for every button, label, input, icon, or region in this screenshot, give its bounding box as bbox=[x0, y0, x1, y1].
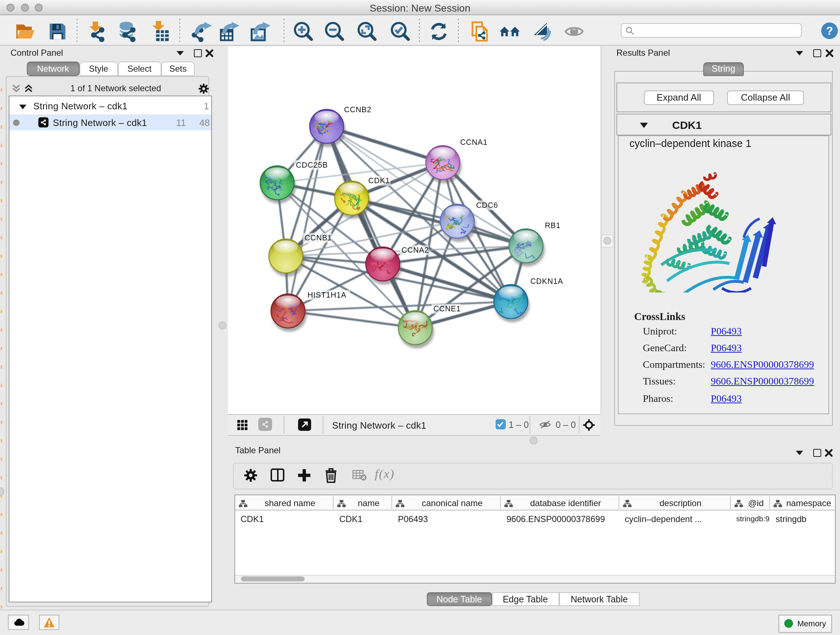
svg-text:CCNE1: CCNE1 bbox=[433, 304, 461, 312]
svg-text:CCNB2: CCNB2 bbox=[344, 105, 371, 113]
svg-text:CDC25B: CDC25B bbox=[296, 160, 328, 169]
svg-text:CDK1: CDK1 bbox=[368, 176, 390, 184]
svg-text:CCNB1: CCNB1 bbox=[305, 233, 332, 241]
svg-text:CDC6: CDC6 bbox=[476, 201, 498, 209]
svg-text:RB1: RB1 bbox=[545, 221, 561, 229]
svg-text:CCNA2: CCNA2 bbox=[401, 245, 429, 254]
svg-text:CCNA1: CCNA1 bbox=[460, 138, 488, 146]
svg-text:CDKN1A: CDKN1A bbox=[531, 277, 563, 285]
svg-text:HIST1H1A: HIST1H1A bbox=[308, 290, 347, 299]
